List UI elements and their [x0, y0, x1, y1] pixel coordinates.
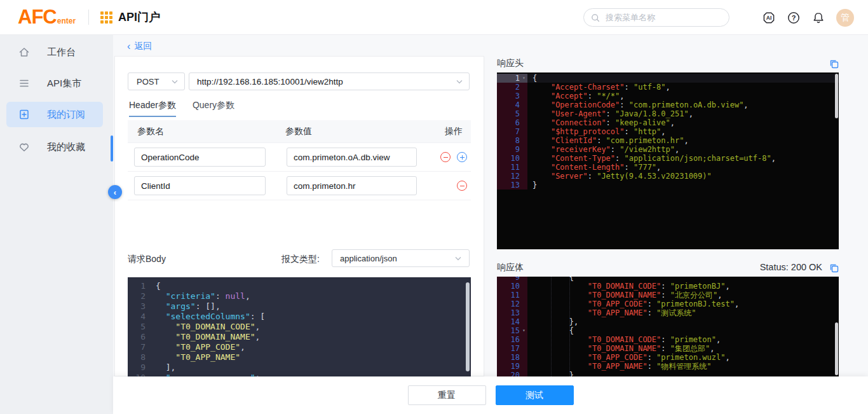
sidebar-item-label: 我的收藏 — [47, 141, 85, 153]
row-actions — [440, 152, 467, 162]
code-line: 10 "T0_DOMAIN_CODE": "primetonBJ", — [497, 282, 839, 291]
search-box[interactable] — [583, 8, 729, 27]
sidebar-item-heart[interactable]: 我的收藏 — [6, 134, 103, 160]
tab-query-params[interactable]: Query参数 — [193, 100, 234, 117]
column-header-value: 参数值 — [285, 126, 444, 137]
line-number: 2 — [497, 83, 520, 92]
line-number: 5 — [497, 109, 520, 118]
fold-spacer — [146, 301, 151, 312]
body-type-value: application/json — [340, 254, 397, 263]
editor-scrollbar[interactable] — [835, 322, 838, 375]
response-headers-editor[interactable]: 1▾{2 "Accept-Charset": "utf-8",3 "Accept… — [497, 72, 839, 249]
back-label: 返回 — [134, 41, 152, 52]
fold-spacer — [520, 300, 527, 308]
code-line: 16 "T0_DOMAIN_CODE": "primeton", — [497, 335, 839, 344]
code-line: 6 "Connection": "keep-alive", — [497, 118, 839, 127]
copy-response-headers-icon[interactable] — [829, 59, 839, 69]
afc-logo[interactable]: AFC enter — [18, 8, 76, 27]
code-line: 6 "T0_DOMAIN_NAME", — [128, 332, 471, 342]
fold-spacer — [520, 127, 527, 136]
code-line: 12 "T0_APP_CODE": "primetonBJ.test", — [497, 300, 839, 308]
url-field[interactable] — [189, 72, 470, 90]
fold-spacer — [146, 332, 151, 342]
fold-spacer — [520, 154, 527, 163]
code-line: 2 "Accept-Charset": "utf-8", — [497, 83, 839, 92]
fold-spacer — [520, 109, 527, 118]
column-header-name: 参数名 — [128, 126, 285, 137]
fold-spacer — [520, 181, 527, 190]
fold-spacer — [520, 353, 527, 362]
sidebar-item-label: 我的订阅 — [47, 109, 85, 121]
line-number: 9 — [128, 362, 146, 373]
fold-spacer — [520, 100, 527, 109]
line-number: 15 — [497, 326, 520, 335]
notifications-bell-icon[interactable] — [811, 11, 825, 25]
response-body-title: 响应体 — [497, 262, 524, 273]
line-number: 13 — [497, 308, 520, 317]
fold-spacer — [520, 317, 527, 326]
url-input[interactable] — [196, 76, 456, 87]
logo-subtext: enter — [57, 17, 76, 25]
copy-response-body-icon[interactable] — [829, 263, 839, 273]
remove-row-button[interactable] — [457, 181, 467, 191]
sidebar-item-bookmark-plus[interactable]: 我的订阅 — [6, 102, 103, 127]
editor-content: 1▾{2 "Accept-Charset": "utf-8",3 "Accept… — [497, 74, 839, 190]
param-name-input[interactable] — [134, 176, 266, 195]
code-line: 11 "T0_DOMAIN_NAME": "北京分公司", — [497, 291, 839, 300]
line-number: 3 — [128, 301, 146, 312]
editor-scrollbar[interactable] — [466, 282, 470, 371]
heart-icon — [18, 141, 39, 153]
fold-arrow-icon[interactable]: ▾ — [520, 74, 527, 83]
method-select[interactable]: POST — [128, 72, 185, 90]
code-line: 5 "T0_DOMAIN_CODE", — [128, 322, 471, 332]
code-line: 1{ — [128, 281, 471, 291]
fold-arrow-icon[interactable]: ▾ — [520, 326, 527, 335]
body-type-label: 报文类型: — [281, 254, 320, 265]
code-line: 13} — [497, 181, 839, 190]
reset-button[interactable]: 重置 — [408, 385, 486, 405]
request-card: POST Header参数Query参数 参数名 参数值 操作 请求Body 报… — [114, 56, 484, 376]
line-number: 13 — [497, 181, 520, 190]
sidebar-collapse-button[interactable]: ‹ — [108, 185, 122, 199]
param-value-input[interactable] — [287, 176, 417, 195]
fold-spacer — [146, 362, 151, 373]
method-value: POST — [137, 77, 159, 86]
app-root: AFC enter API门户 AI ? 管 — [0, 0, 868, 414]
line-number: 14 — [497, 317, 520, 326]
line-number: 11 — [497, 163, 520, 172]
editor-scrollbar[interactable] — [835, 74, 838, 118]
code-line: 9 ], — [128, 362, 471, 373]
param-name-input[interactable] — [134, 148, 266, 167]
back-link[interactable]: ‹ 返回 — [127, 41, 152, 52]
app-title: API门户 — [118, 10, 160, 25]
add-row-button[interactable] — [457, 152, 467, 162]
fold-spacer — [520, 291, 527, 300]
editor-content: 1{2 "criteria": null,3 "args": [],4 "sel… — [128, 281, 471, 377]
code-line: 9 "receiverKey": "/view2http", — [497, 145, 839, 154]
response-body-editor[interactable]: 9 {10 "T0_DOMAIN_CODE": "primetonBJ",11 … — [497, 277, 839, 376]
fold-spacer — [146, 281, 151, 291]
sidebar: 工作台API集市我的订阅我的收藏 — [0, 35, 113, 414]
header-actions: AI ? 管 — [762, 0, 854, 35]
request-body-editor[interactable]: 1{2 "criteria": null,3 "args": [],4 "sel… — [128, 277, 471, 377]
line-number: 19 — [497, 362, 520, 371]
search-input[interactable] — [604, 12, 722, 23]
line-number: 1 — [128, 281, 146, 291]
body-type-select[interactable]: application/json — [332, 249, 470, 267]
remove-row-button[interactable] — [440, 152, 451, 162]
tab-header-params[interactable]: Header参数 — [129, 100, 176, 117]
test-button[interactable]: 测试 — [496, 385, 574, 405]
sidebar-item-list[interactable]: API集市 — [6, 71, 103, 96]
ai-assistant-icon[interactable]: AI — [762, 11, 776, 25]
user-avatar[interactable]: 管 — [836, 9, 854, 27]
sidebar-item-home[interactable]: 工作台 — [6, 39, 103, 65]
svg-text:AI: AI — [766, 15, 772, 21]
code-line: 14 }, — [497, 317, 839, 326]
help-icon[interactable]: ? — [787, 11, 801, 25]
response-headers-title: 响应头 — [497, 58, 524, 69]
line-number: 10 — [497, 154, 520, 163]
param-value-input[interactable] — [287, 148, 417, 167]
fold-spacer — [520, 371, 527, 376]
line-number: 7 — [497, 127, 520, 136]
list-icon — [18, 77, 39, 90]
